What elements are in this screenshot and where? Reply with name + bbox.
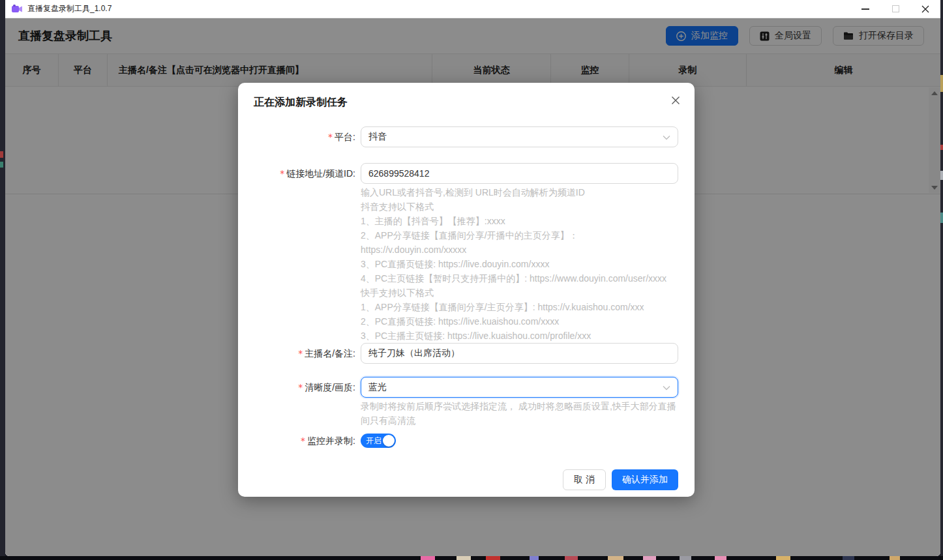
maximize-icon xyxy=(892,5,899,12)
chevron-down-icon xyxy=(663,382,670,392)
help-line: 2、PC直播页链接: https://live.kuaishou.com/xxx… xyxy=(361,314,678,329)
close-icon xyxy=(921,5,929,13)
toggle-state-label: 开启 xyxy=(366,435,382,447)
close-icon xyxy=(671,96,680,105)
desktop-speck xyxy=(940,213,943,223)
minimize-button[interactable] xyxy=(850,0,880,18)
app-logo-icon xyxy=(12,5,22,14)
desktop-speck xyxy=(940,145,943,150)
required-mark: * xyxy=(328,132,333,142)
link-help-text: 输入URL或者抖音号,检测到 URL时会自动解析为频道ID 抖音支持以下格式 1… xyxy=(361,185,678,343)
window-titlebar: 直播复盘录制工具_1.0.7 xyxy=(5,0,940,18)
quality-select[interactable]: 蓝光 xyxy=(361,377,678,398)
modal-title: 正在添加新录制任务 xyxy=(238,96,695,110)
link-label: *链接地址/频道ID: xyxy=(254,163,355,184)
required-mark: * xyxy=(298,348,303,359)
help-line: https://v.douyin.com/xxxxx xyxy=(361,243,678,257)
desktop-speck xyxy=(0,151,3,158)
desktop-edge-left xyxy=(0,0,5,556)
help-line: 2、APP分享链接【直播间分享/开播中的主页分享】： xyxy=(361,228,678,243)
taskbar-strip xyxy=(0,556,943,560)
name-label: *主播名/备注: xyxy=(254,343,355,364)
add-task-modal: 正在添加新录制任务 *平台: 抖音 *链接地址/频道ID: xyxy=(238,83,695,497)
required-mark: * xyxy=(280,168,284,179)
desktop-speck xyxy=(0,162,3,168)
required-mark: * xyxy=(298,382,303,392)
confirm-add-button[interactable]: 确认并添加 xyxy=(612,469,678,490)
help-line: 4、PC主页链接【暂时只支持开播中的】: https://www.douyin.… xyxy=(361,271,678,286)
help-line: 1、APP分享链接【直播间分享/主页分享】: https://v.kuaisho… xyxy=(361,300,678,314)
required-mark: * xyxy=(301,435,305,446)
quality-help-text: 录制时将按前后顺序尝试选择指定流， 成功时将忽略画质设置,快手大部分直播间只有高… xyxy=(361,399,678,428)
help-line: 1、主播的【抖音号】【推荐】:xxxx xyxy=(361,214,678,228)
minimize-icon xyxy=(861,8,869,10)
link-input[interactable] xyxy=(361,163,678,184)
app-content: 直播复盘录制工具 添加监控 全局设置 xyxy=(5,18,940,556)
quality-label: *清晰度/画质: xyxy=(254,377,355,398)
streamer-name-input[interactable] xyxy=(361,343,678,364)
help-line: 快手支持以下格式 xyxy=(361,286,678,300)
record-label: *监控并录制: xyxy=(254,430,355,451)
app-window: 直播复盘录制工具_1.0.7 直播复盘录制工具 添加监控 xyxy=(5,0,940,556)
toggle-knob xyxy=(383,435,395,447)
monitor-record-toggle[interactable]: 开启 xyxy=(361,434,396,448)
desktop-speck xyxy=(940,75,943,92)
help-line: 3、PC主播主页链接: https://live.kuaishou.com/pr… xyxy=(361,329,678,343)
cancel-button[interactable]: 取 消 xyxy=(563,469,606,490)
modal-close-button[interactable] xyxy=(668,93,683,108)
chevron-down-icon xyxy=(663,132,670,142)
window-title: 直播复盘录制工具_1.0.7 xyxy=(27,3,112,14)
help-line: 3、PC直播页链接: https://live.douyin.com/xxxx xyxy=(361,257,678,271)
help-line: 输入URL或者抖音号,检测到 URL时会自动解析为频道ID xyxy=(361,185,678,199)
platform-select[interactable]: 抖音 xyxy=(361,126,678,147)
maximize-button[interactable] xyxy=(880,0,910,18)
desktop-speck xyxy=(940,171,943,180)
help-line: 抖音支持以下格式 xyxy=(361,199,678,214)
platform-select-value: 抖音 xyxy=(368,131,387,143)
quality-select-value: 蓝光 xyxy=(368,381,387,393)
platform-label: *平台: xyxy=(254,126,355,147)
close-window-button[interactable] xyxy=(910,0,940,18)
